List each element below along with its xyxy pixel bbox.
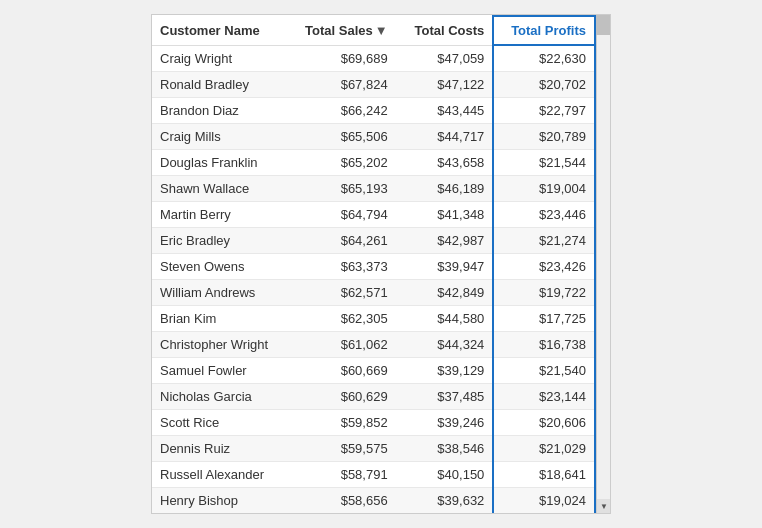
scroll-thumb[interactable] (596, 15, 610, 35)
table-row[interactable]: Ronald Bradley$67,824$47,122$20,702 (152, 72, 595, 98)
table-row[interactable]: Christopher Wright$61,062$44,324$16,738 (152, 332, 595, 358)
table-row[interactable]: Martin Berry$64,794$41,348$23,446 (152, 202, 595, 228)
cell-costs: $43,658 (396, 150, 494, 176)
table-row[interactable]: Joshua Watkins$58,038$40,890$17,148 (152, 514, 595, 515)
cell-costs: $47,059 (396, 45, 494, 72)
cell-profits: $23,426 (493, 254, 595, 280)
cell-name: Samuel Fowler (152, 358, 288, 384)
column-header-name[interactable]: Customer Name (152, 16, 288, 45)
column-header-sales[interactable]: Total Sales ▼ (288, 16, 396, 45)
cell-name: Brian Kim (152, 306, 288, 332)
cell-name: Eric Bradley (152, 228, 288, 254)
cell-sales: $66,242 (288, 98, 396, 124)
cell-profits: $20,789 (493, 124, 595, 150)
cell-name: Nicholas Garcia (152, 384, 288, 410)
cell-name: Brandon Diaz (152, 98, 288, 124)
table-row[interactable]: Brandon Diaz$66,242$43,445$22,797 (152, 98, 595, 124)
cell-sales: $60,629 (288, 384, 396, 410)
cell-profits: $16,738 (493, 332, 595, 358)
cell-name: Ronald Bradley (152, 72, 288, 98)
cell-costs: $39,129 (396, 358, 494, 384)
scrollbar-y[interactable]: ▲ ▼ (596, 15, 610, 513)
table-row[interactable]: Henry Bishop$58,656$39,632$19,024 (152, 488, 595, 514)
cell-sales: $64,261 (288, 228, 396, 254)
cell-costs: $42,987 (396, 228, 494, 254)
cell-costs: $39,947 (396, 254, 494, 280)
cell-costs: $47,122 (396, 72, 494, 98)
cell-sales: $59,852 (288, 410, 396, 436)
cell-profits: $18,641 (493, 462, 595, 488)
cell-profits: $20,606 (493, 410, 595, 436)
cell-profits: $19,004 (493, 176, 595, 202)
table-row[interactable]: William Andrews$62,571$42,849$19,722 (152, 280, 595, 306)
table-row[interactable]: Eric Bradley$64,261$42,987$21,274 (152, 228, 595, 254)
cell-costs: $40,150 (396, 462, 494, 488)
cell-sales: $58,656 (288, 488, 396, 514)
cell-costs: $42,849 (396, 280, 494, 306)
cell-sales: $61,062 (288, 332, 396, 358)
cell-profits: $21,274 (493, 228, 595, 254)
cell-sales: $60,669 (288, 358, 396, 384)
table-row[interactable]: Shawn Wallace$65,193$46,189$19,004 (152, 176, 595, 202)
table-row[interactable]: Steven Owens$63,373$39,947$23,426 (152, 254, 595, 280)
cell-sales: $63,373 (288, 254, 396, 280)
table-row[interactable]: Dennis Ruiz$59,575$38,546$21,029 (152, 436, 595, 462)
cell-profits: $23,446 (493, 202, 595, 228)
table-row[interactable]: Douglas Franklin$65,202$43,658$21,544 (152, 150, 595, 176)
cell-sales: $62,305 (288, 306, 396, 332)
cell-name: Shawn Wallace (152, 176, 288, 202)
cell-name: William Andrews (152, 280, 288, 306)
cell-costs: $46,189 (396, 176, 494, 202)
scroll-down-arrow[interactable]: ▼ (597, 499, 611, 513)
table-row[interactable]: Samuel Fowler$60,669$39,129$21,540 (152, 358, 595, 384)
cell-name: Martin Berry (152, 202, 288, 228)
cell-profits: $23,144 (493, 384, 595, 410)
cell-sales: $59,575 (288, 436, 396, 462)
cell-profits: $21,544 (493, 150, 595, 176)
column-header-costs[interactable]: Total Costs (396, 16, 494, 45)
cell-sales: $64,794 (288, 202, 396, 228)
cell-sales: $65,506 (288, 124, 396, 150)
cell-costs: $39,246 (396, 410, 494, 436)
cell-name: Henry Bishop (152, 488, 288, 514)
cell-sales: $67,824 (288, 72, 396, 98)
cell-name: Russell Alexander (152, 462, 288, 488)
table-row[interactable]: Russell Alexander$58,791$40,150$18,641 (152, 462, 595, 488)
cell-profits: $22,797 (493, 98, 595, 124)
cell-costs: $43,445 (396, 98, 494, 124)
cell-sales: $58,038 (288, 514, 396, 515)
cell-costs: $40,890 (396, 514, 494, 515)
column-header-profits[interactable]: Total Profits (493, 16, 595, 45)
cell-name: Steven Owens (152, 254, 288, 280)
cell-sales: $69,689 (288, 45, 396, 72)
cell-costs: $39,632 (396, 488, 494, 514)
table-row[interactable]: Craig Mills$65,506$44,717$20,789 (152, 124, 595, 150)
cell-costs: $44,717 (396, 124, 494, 150)
cell-costs: $38,546 (396, 436, 494, 462)
cell-profits: $21,029 (493, 436, 595, 462)
cell-sales: $65,193 (288, 176, 396, 202)
cell-profits: $17,725 (493, 306, 595, 332)
cell-name: Dennis Ruiz (152, 436, 288, 462)
cell-name: Douglas Franklin (152, 150, 288, 176)
cell-profits: $22,630 (493, 45, 595, 72)
table-row[interactable]: Nicholas Garcia$60,629$37,485$23,144 (152, 384, 595, 410)
cell-costs: $44,324 (396, 332, 494, 358)
cell-profits: $17,148 (493, 514, 595, 515)
cell-name: Scott Rice (152, 410, 288, 436)
cell-sales: $58,791 (288, 462, 396, 488)
cell-name: Joshua Watkins (152, 514, 288, 515)
table-row[interactable]: Craig Wright$69,689$47,059$22,630 (152, 45, 595, 72)
table-row[interactable]: Scott Rice$59,852$39,246$20,606 (152, 410, 595, 436)
cell-profits: $19,722 (493, 280, 595, 306)
table-row[interactable]: Brian Kim$62,305$44,580$17,725 (152, 306, 595, 332)
cell-costs: $37,485 (396, 384, 494, 410)
cell-costs: $41,348 (396, 202, 494, 228)
cell-profits: $19,024 (493, 488, 595, 514)
cell-name: Craig Wright (152, 45, 288, 72)
sort-arrow-icon: ▼ (375, 23, 388, 38)
cell-profits: $21,540 (493, 358, 595, 384)
cell-sales: $62,571 (288, 280, 396, 306)
cell-sales: $65,202 (288, 150, 396, 176)
cell-name: Craig Mills (152, 124, 288, 150)
